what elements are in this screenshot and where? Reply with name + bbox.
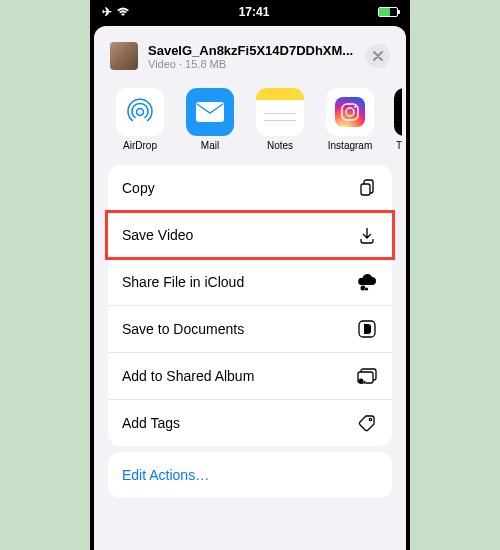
instagram-icon [326, 88, 374, 136]
svg-point-3 [346, 108, 354, 116]
documents-icon [356, 318, 378, 340]
svg-rect-5 [361, 184, 370, 195]
action-save-documents[interactable]: Save to Documents [108, 306, 392, 353]
copy-icon [356, 177, 378, 199]
airplane-icon: ✈ [102, 5, 112, 19]
action-add-tags[interactable]: Add Tags [108, 400, 392, 446]
app-label: Notes [267, 140, 293, 151]
app-mail[interactable]: Mail [184, 88, 236, 151]
app-airdrop[interactable]: AirDrop [114, 88, 166, 151]
action-share-icloud[interactable]: Share File in iCloud [108, 259, 392, 306]
svg-rect-1 [196, 102, 224, 122]
actions-list: Copy Save Video Share File in iCloud S [108, 165, 392, 446]
action-label: Add to Shared Album [122, 368, 254, 384]
app-tiktok-partial[interactable]: T [394, 88, 402, 151]
action-label: Share File in iCloud [122, 274, 244, 290]
action-label: Save Video [122, 227, 193, 243]
app-label: Mail [201, 140, 219, 151]
file-meta: Video · 15.8 MB [148, 58, 356, 70]
app-label: AirDrop [123, 140, 157, 151]
download-icon [356, 224, 378, 246]
close-icon [373, 51, 383, 61]
mail-icon [186, 88, 234, 136]
file-name: SaveIG_An8kzFi5X14D7DDhXM... [148, 43, 356, 58]
svg-point-4 [354, 106, 356, 108]
airdrop-icon [116, 88, 164, 136]
shared-album-icon [356, 365, 378, 387]
share-apps-row: AirDrop Mail Notes Instagram [98, 82, 402, 165]
svg-point-8 [365, 287, 368, 290]
action-copy[interactable]: Copy [108, 165, 392, 212]
tiktok-icon [394, 88, 402, 136]
svg-point-14 [363, 381, 365, 383]
file-thumbnail [110, 42, 138, 70]
wifi-icon [116, 7, 130, 17]
status-bar: ✈ 17:41 [90, 0, 410, 24]
tag-icon [356, 412, 378, 434]
app-label: T [394, 140, 402, 151]
action-label: Add Tags [122, 415, 180, 431]
icloud-share-icon [356, 271, 378, 293]
app-instagram[interactable]: Instagram [324, 88, 376, 151]
status-time: 17:41 [239, 5, 270, 19]
action-add-shared-album[interactable]: Add to Shared Album [108, 353, 392, 400]
app-notes[interactable]: Notes [254, 88, 306, 151]
close-button[interactable] [366, 44, 390, 68]
svg-point-0 [137, 109, 144, 116]
edit-actions[interactable]: Edit Actions… [108, 452, 392, 498]
share-sheet: SaveIG_An8kzFi5X14D7DDhXM... Video · 15.… [98, 32, 402, 550]
notes-icon [256, 88, 304, 136]
action-save-video[interactable]: Save Video [108, 212, 392, 259]
app-label: Instagram [328, 140, 372, 151]
file-header: SaveIG_An8kzFi5X14D7DDhXM... Video · 15.… [98, 32, 402, 82]
battery-icon [378, 7, 398, 17]
action-label: Copy [122, 180, 155, 196]
action-label: Save to Documents [122, 321, 244, 337]
svg-point-12 [359, 379, 364, 384]
phone-frame: ✈ 17:41 SaveIG_An8kzFi5X14D7DDhXM... Vid… [90, 0, 410, 550]
edit-actions-label: Edit Actions… [122, 467, 209, 483]
svg-point-15 [369, 418, 371, 420]
